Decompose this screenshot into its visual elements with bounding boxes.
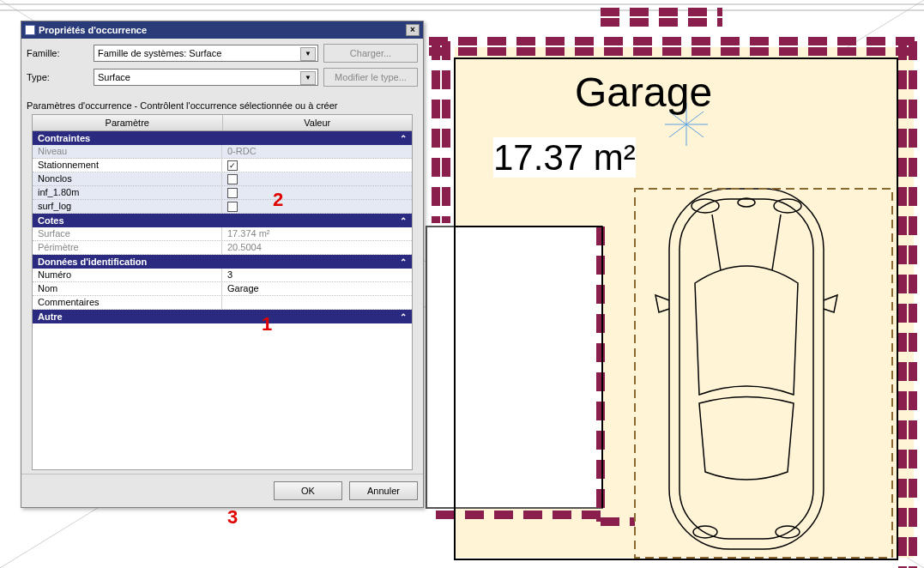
type-select-value: Surface xyxy=(98,72,130,82)
category-header[interactable]: Autre⌃ xyxy=(33,310,412,323)
category-name: Données d'identification xyxy=(38,257,147,267)
category-name: Autre xyxy=(38,311,63,322)
checkbox[interactable] xyxy=(227,188,238,198)
grid-empty-area xyxy=(33,323,412,469)
param-value[interactable] xyxy=(222,200,412,213)
param-name: Stationnement xyxy=(33,159,222,172)
modify-type-button[interactable]: Modifier le type... xyxy=(323,68,418,87)
param-row[interactable]: Périmètre20.5004 xyxy=(33,241,412,255)
param-name: Nonclos xyxy=(33,172,222,185)
checkbox[interactable] xyxy=(227,174,238,184)
param-name: surf_log xyxy=(33,200,222,213)
param-row[interactable]: Nonclos xyxy=(33,172,412,186)
checkbox[interactable] xyxy=(227,160,238,171)
load-button[interactable]: Charger... xyxy=(323,44,418,63)
close-button[interactable]: × xyxy=(406,24,420,36)
room-name-label: Garage xyxy=(575,69,712,116)
param-row[interactable]: Numéro3 xyxy=(33,269,412,282)
param-row[interactable]: Commentaires xyxy=(33,296,412,310)
family-select-value: Famille de systèmes: Surface xyxy=(98,48,221,58)
dialog-footer: OK Annuler xyxy=(21,474,423,507)
annotation-3: 3 xyxy=(227,506,238,529)
dialog-titlebar[interactable]: Propriétés d'occurrence × xyxy=(21,21,423,39)
param-name: inf_1.80m xyxy=(33,186,222,199)
room-name-text: Garage xyxy=(575,69,712,115)
category-name: Contraintes xyxy=(38,133,90,143)
col-header-value[interactable]: Valeur xyxy=(223,115,413,130)
param-name: Périmètre xyxy=(33,241,222,254)
annotation-2: 2 xyxy=(273,189,283,211)
param-value[interactable]: Garage xyxy=(222,282,412,295)
param-name: Niveau xyxy=(33,145,222,158)
dialog-title: Propriétés d'occurrence xyxy=(39,25,402,35)
param-name: Commentaires xyxy=(33,296,222,309)
param-value[interactable] xyxy=(222,172,412,185)
room-area-label: 17.37 m² xyxy=(493,137,636,178)
param-value[interactable] xyxy=(222,296,412,309)
cancel-button[interactable]: Annuler xyxy=(349,481,418,500)
svg-rect-5 xyxy=(426,227,602,508)
param-row[interactable]: Surface17.374 m² xyxy=(33,227,412,241)
category-name: Cotes xyxy=(38,215,64,226)
grid-caption: Paramètres d'occurrence - Contrôlent l'o… xyxy=(21,95,423,114)
param-row[interactable]: Stationnement xyxy=(33,159,412,172)
param-row[interactable]: NomGarage xyxy=(33,282,412,296)
param-value[interactable]: 3 xyxy=(222,269,412,281)
chevron-icon: ⌃ xyxy=(400,216,407,226)
category-header[interactable]: Données d'identification⌃ xyxy=(33,255,412,269)
param-value[interactable] xyxy=(222,186,412,199)
param-row[interactable]: surf_log xyxy=(33,200,412,214)
col-header-param[interactable]: Paramètre xyxy=(33,115,223,130)
param-value[interactable]: 0-RDC xyxy=(222,145,412,158)
param-name: Nom xyxy=(33,282,222,295)
app-icon xyxy=(25,25,35,35)
category-header[interactable]: Cotes⌃ xyxy=(33,214,412,227)
chevron-icon: ⌃ xyxy=(400,134,407,143)
family-select[interactable]: Famille de systèmes: Surface xyxy=(94,45,318,62)
type-select[interactable]: Surface xyxy=(94,69,318,86)
checkbox[interactable] xyxy=(227,202,238,212)
room-area-text: 17.37 m² xyxy=(493,137,636,178)
param-value[interactable]: 17.374 m² xyxy=(222,227,412,240)
param-value[interactable]: 20.5004 xyxy=(222,241,412,254)
param-row[interactable]: inf_1.80m xyxy=(33,186,412,200)
annotation-1: 1 xyxy=(262,313,272,335)
category-header[interactable]: Contraintes⌃ xyxy=(33,131,412,145)
param-name: Surface xyxy=(33,227,222,240)
param-value[interactable] xyxy=(222,159,412,172)
ok-button[interactable]: OK xyxy=(274,481,342,500)
properties-dialog: Propriétés d'occurrence × Famille: Famil… xyxy=(21,21,424,508)
chevron-icon: ⌃ xyxy=(400,312,407,322)
property-grid: Paramètre Valeur Contraintes⌃Niveau0-RDC… xyxy=(32,114,413,470)
dialog-body: Famille: Famille de systèmes: Surface Ch… xyxy=(21,39,423,95)
chevron-icon: ⌃ xyxy=(400,257,407,267)
family-label: Famille: xyxy=(27,48,88,58)
param-name: Numéro xyxy=(33,269,222,281)
type-label: Type: xyxy=(27,72,88,82)
param-row[interactable]: Niveau0-RDC xyxy=(33,145,412,159)
